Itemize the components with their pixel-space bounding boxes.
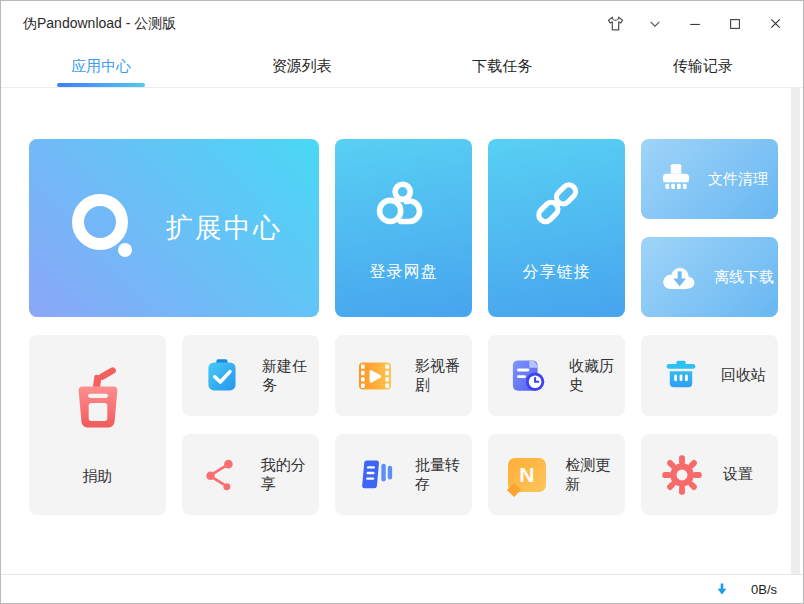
chain-link-icon (528, 174, 586, 232)
app-window: 伪Pandownload - 公测版 (0, 0, 804, 604)
tile-stack: 文件清理 离线下载 (641, 139, 778, 317)
window-controls (595, 8, 795, 40)
chevron-down-icon (648, 17, 662, 31)
tile-settings[interactable]: 设置 (641, 434, 778, 515)
minimize-icon (688, 17, 702, 31)
share-nodes-icon (202, 455, 241, 495)
tile-label: 登录网盘 (370, 262, 438, 283)
tab-label: 应用中心 (71, 57, 131, 76)
tile-extension-center[interactable]: 扩展中心 (29, 139, 319, 317)
tile-label: 文件清理 (708, 170, 768, 189)
tab-label: 下载任务 (472, 57, 532, 76)
tile-label: 捐助 (83, 467, 113, 486)
tile-label: 扩展中心 (166, 210, 282, 246)
app-center-panel: 扩展中心 登录网盘 (1, 88, 803, 574)
cloud-download-icon (657, 259, 701, 296)
tile-label: 我的分享 (261, 456, 319, 494)
tab-bar: 应用中心 资源列表 下载任务 传输记录 (1, 46, 803, 88)
window-title: 伪Pandownload - 公测版 (23, 15, 176, 33)
trash-bin-icon (661, 356, 701, 396)
tile-recycle-bin[interactable]: 回收站 (641, 335, 778, 416)
tile-label: 离线下载 (714, 268, 774, 287)
tile-donate[interactable]: 捐助 (29, 335, 166, 515)
drink-cup-icon (69, 365, 127, 431)
close-button[interactable] (755, 8, 795, 40)
tile-label: 影视番剧 (415, 357, 472, 395)
tile-label: 回收站 (721, 366, 766, 385)
extension-ring-icon (66, 190, 142, 266)
tile-movies-anime[interactable]: 影视番剧 (335, 335, 472, 416)
tab-app-center[interactable]: 应用中心 (1, 46, 202, 87)
batch-transfer-icon (355, 454, 395, 496)
new-task-clipboard-icon (202, 355, 242, 397)
clean-brush-icon (657, 160, 695, 198)
baidu-netdisk-cloud-icon (371, 174, 437, 232)
tab-transfer-history[interactable]: 传输记录 (603, 46, 804, 87)
update-n-badge-icon: N (508, 458, 546, 492)
download-arrow-icon (715, 582, 729, 597)
tile-label: 收藏历史 (569, 357, 625, 395)
tab-resource-list[interactable]: 资源列表 (202, 46, 403, 87)
update-letter: N (519, 463, 534, 487)
vertical-scrollbar[interactable] (791, 88, 800, 574)
tile-share-link[interactable]: 分享链接 (488, 139, 625, 317)
dropdown-menu-button[interactable] (635, 8, 675, 40)
maximize-icon (728, 17, 742, 31)
close-icon (768, 16, 783, 31)
tile-label: 设置 (723, 465, 753, 484)
tile-file-clean[interactable]: 文件清理 (641, 139, 778, 219)
titlebar: 伪Pandownload - 公测版 (1, 1, 803, 46)
film-play-icon (355, 355, 395, 397)
tile-batch-transfer[interactable]: 批量转存 (335, 434, 472, 515)
tab-label: 资源列表 (272, 57, 332, 76)
skin-theme-button[interactable] (595, 8, 635, 40)
tab-download-tasks[interactable]: 下载任务 (402, 46, 603, 87)
tile-label: 批量转存 (415, 456, 472, 494)
tab-label: 传输记录 (673, 57, 733, 76)
history-document-clock-icon (508, 355, 549, 397)
tile-login-netdisk[interactable]: 登录网盘 (335, 139, 472, 317)
tshirt-icon (607, 15, 624, 32)
tile-my-shares[interactable]: 我的分享 (182, 434, 319, 515)
tile-label: 分享链接 (523, 262, 591, 283)
tile-favorites-history[interactable]: 收藏历史 (488, 335, 625, 416)
tile-label: 检测更新 (566, 456, 625, 494)
download-speed: 0B/s (751, 582, 777, 597)
tile-new-task[interactable]: 新建任务 (182, 335, 319, 416)
maximize-button[interactable] (715, 8, 755, 40)
tile-check-update[interactable]: N 检测更新 (488, 434, 625, 515)
tile-grid: 扩展中心 登录网盘 (29, 139, 778, 515)
tile-label: 新建任务 (262, 357, 319, 395)
gear-icon (661, 454, 703, 496)
tile-offline-download[interactable]: 离线下载 (641, 237, 778, 317)
minimize-button[interactable] (675, 8, 715, 40)
statusbar: 0B/s (1, 574, 803, 603)
